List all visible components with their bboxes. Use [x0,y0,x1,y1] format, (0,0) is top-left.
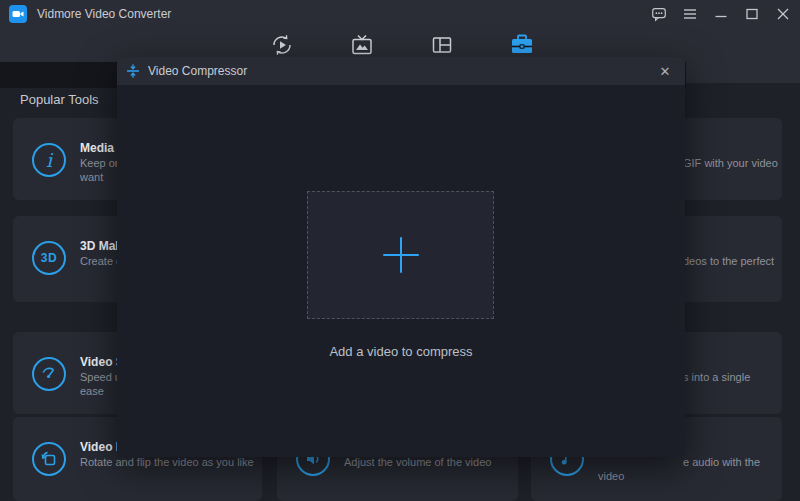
minimize-button[interactable] [710,2,732,26]
tool-desc: deos to the perfect [683,255,774,267]
tool-desc: s into a single [683,371,750,383]
maximize-button[interactable] [741,2,763,26]
3d-icon: 3D [32,241,66,275]
speedometer-icon [32,357,66,391]
info-icon: i [32,143,66,177]
toolbox-icon [509,32,535,58]
add-video-dropzone[interactable] [307,191,494,319]
dialog-title: Video Compressor [148,64,247,78]
mv-icon [350,33,374,57]
maximize-icon [746,8,758,20]
tool-desc: GIF with your video [683,157,778,169]
tool-desc: Rotate and flip the video as you like [80,456,254,468]
tool-desc: video [598,470,624,482]
tab-toolbox[interactable] [502,30,542,60]
tab-collage[interactable] [422,30,462,60]
converter-icon [270,33,294,57]
tool-desc: Keep ori [80,157,121,169]
titlebar-buttons [648,0,794,28]
dialog-close-button[interactable]: ✕ [655,57,675,85]
tool-desc: Speed u [80,371,121,383]
tool-desc: Create o [80,255,122,267]
close-window-button[interactable] [772,2,794,26]
rotate-icon [32,442,66,476]
feedback-icon [651,6,667,22]
header-extension [685,62,800,83]
tool-desc: ease [80,385,104,397]
page-title: Popular Tools [20,92,99,107]
compress-icon [126,64,140,78]
app-logo-icon [9,5,27,23]
tool-desc: want [80,171,103,183]
collage-icon [430,33,454,57]
minimize-icon [715,8,727,20]
tab-mv[interactable] [342,30,382,60]
tool-title: 3D Mak [80,239,122,253]
menu-icon [683,8,697,20]
tool-desc: e audio with the [683,456,760,468]
close-icon [777,8,789,20]
video-compressor-dialog: Video Compressor ✕ Add a video to compre… [117,57,685,457]
dropzone-hint: Add a video to compress [117,344,685,359]
window-title: Vidmore Video Converter [37,0,171,28]
feedback-button[interactable] [648,2,670,26]
plus-icon [381,235,421,275]
menu-button[interactable] [679,2,701,26]
tab-converter[interactable] [262,30,302,60]
tool-desc: Adjust the volume of the video [344,456,491,468]
dialog-header: Video Compressor ✕ [117,57,685,85]
